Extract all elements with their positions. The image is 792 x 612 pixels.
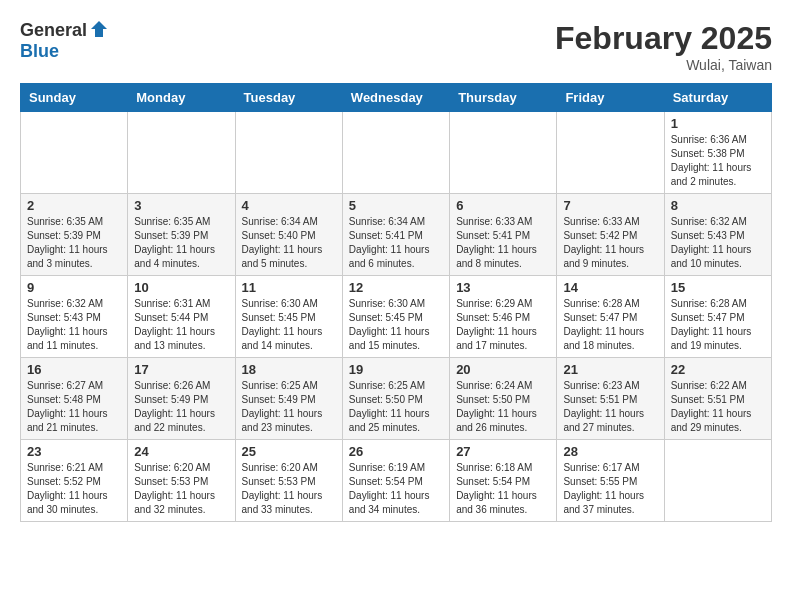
day-info: Sunrise: 6:26 AM Sunset: 5:49 PM Dayligh… <box>134 379 228 435</box>
cell-week2-day2: 4Sunrise: 6:34 AM Sunset: 5:40 PM Daylig… <box>235 194 342 276</box>
cell-week1-day6: 1Sunrise: 6:36 AM Sunset: 5:38 PM Daylig… <box>664 112 771 194</box>
cell-week3-day5: 14Sunrise: 6:28 AM Sunset: 5:47 PM Dayli… <box>557 276 664 358</box>
day-number: 28 <box>563 444 657 459</box>
day-info: Sunrise: 6:19 AM Sunset: 5:54 PM Dayligh… <box>349 461 443 517</box>
day-number: 14 <box>563 280 657 295</box>
header-tuesday: Tuesday <box>235 84 342 112</box>
day-info: Sunrise: 6:33 AM Sunset: 5:41 PM Dayligh… <box>456 215 550 271</box>
cell-week4-day3: 19Sunrise: 6:25 AM Sunset: 5:50 PM Dayli… <box>342 358 449 440</box>
cell-week2-day3: 5Sunrise: 6:34 AM Sunset: 5:41 PM Daylig… <box>342 194 449 276</box>
cell-week4-day6: 22Sunrise: 6:22 AM Sunset: 5:51 PM Dayli… <box>664 358 771 440</box>
day-number: 22 <box>671 362 765 377</box>
logo: General Blue <box>20 20 109 62</box>
cell-week5-day0: 23Sunrise: 6:21 AM Sunset: 5:52 PM Dayli… <box>21 440 128 522</box>
cell-week5-day4: 27Sunrise: 6:18 AM Sunset: 5:54 PM Dayli… <box>450 440 557 522</box>
day-number: 21 <box>563 362 657 377</box>
day-number: 18 <box>242 362 336 377</box>
header-sunday: Sunday <box>21 84 128 112</box>
day-number: 8 <box>671 198 765 213</box>
day-number: 25 <box>242 444 336 459</box>
day-number: 1 <box>671 116 765 131</box>
day-number: 11 <box>242 280 336 295</box>
logo-icon <box>89 19 109 39</box>
day-number: 24 <box>134 444 228 459</box>
calendar: Sunday Monday Tuesday Wednesday Thursday… <box>20 83 772 522</box>
day-number: 3 <box>134 198 228 213</box>
cell-week2-day0: 2Sunrise: 6:35 AM Sunset: 5:39 PM Daylig… <box>21 194 128 276</box>
calendar-body: 1Sunrise: 6:36 AM Sunset: 5:38 PM Daylig… <box>21 112 772 522</box>
cell-week1-day5 <box>557 112 664 194</box>
day-number: 23 <box>27 444 121 459</box>
day-info: Sunrise: 6:23 AM Sunset: 5:51 PM Dayligh… <box>563 379 657 435</box>
day-number: 10 <box>134 280 228 295</box>
cell-week3-day1: 10Sunrise: 6:31 AM Sunset: 5:44 PM Dayli… <box>128 276 235 358</box>
cell-week3-day0: 9Sunrise: 6:32 AM Sunset: 5:43 PM Daylig… <box>21 276 128 358</box>
day-info: Sunrise: 6:32 AM Sunset: 5:43 PM Dayligh… <box>27 297 121 353</box>
day-info: Sunrise: 6:28 AM Sunset: 5:47 PM Dayligh… <box>671 297 765 353</box>
day-info: Sunrise: 6:20 AM Sunset: 5:53 PM Dayligh… <box>242 461 336 517</box>
week-row-4: 16Sunrise: 6:27 AM Sunset: 5:48 PM Dayli… <box>21 358 772 440</box>
day-info: Sunrise: 6:32 AM Sunset: 5:43 PM Dayligh… <box>671 215 765 271</box>
day-number: 9 <box>27 280 121 295</box>
cell-week1-day0 <box>21 112 128 194</box>
week-row-2: 2Sunrise: 6:35 AM Sunset: 5:39 PM Daylig… <box>21 194 772 276</box>
day-number: 26 <box>349 444 443 459</box>
cell-week3-day4: 13Sunrise: 6:29 AM Sunset: 5:46 PM Dayli… <box>450 276 557 358</box>
day-number: 5 <box>349 198 443 213</box>
cell-week2-day1: 3Sunrise: 6:35 AM Sunset: 5:39 PM Daylig… <box>128 194 235 276</box>
cell-week3-day2: 11Sunrise: 6:30 AM Sunset: 5:45 PM Dayli… <box>235 276 342 358</box>
day-info: Sunrise: 6:35 AM Sunset: 5:39 PM Dayligh… <box>27 215 121 271</box>
cell-week1-day3 <box>342 112 449 194</box>
day-number: 4 <box>242 198 336 213</box>
day-info: Sunrise: 6:31 AM Sunset: 5:44 PM Dayligh… <box>134 297 228 353</box>
location: Wulai, Taiwan <box>555 57 772 73</box>
header-saturday: Saturday <box>664 84 771 112</box>
day-info: Sunrise: 6:20 AM Sunset: 5:53 PM Dayligh… <box>134 461 228 517</box>
day-info: Sunrise: 6:27 AM Sunset: 5:48 PM Dayligh… <box>27 379 121 435</box>
logo-general-text: General <box>20 20 87 41</box>
week-row-3: 9Sunrise: 6:32 AM Sunset: 5:43 PM Daylig… <box>21 276 772 358</box>
day-number: 17 <box>134 362 228 377</box>
day-info: Sunrise: 6:22 AM Sunset: 5:51 PM Dayligh… <box>671 379 765 435</box>
day-info: Sunrise: 6:17 AM Sunset: 5:55 PM Dayligh… <box>563 461 657 517</box>
cell-week3-day3: 12Sunrise: 6:30 AM Sunset: 5:45 PM Dayli… <box>342 276 449 358</box>
day-info: Sunrise: 6:28 AM Sunset: 5:47 PM Dayligh… <box>563 297 657 353</box>
cell-week5-day6 <box>664 440 771 522</box>
day-number: 20 <box>456 362 550 377</box>
cell-week4-day5: 21Sunrise: 6:23 AM Sunset: 5:51 PM Dayli… <box>557 358 664 440</box>
header-monday: Monday <box>128 84 235 112</box>
day-number: 6 <box>456 198 550 213</box>
day-info: Sunrise: 6:35 AM Sunset: 5:39 PM Dayligh… <box>134 215 228 271</box>
day-number: 13 <box>456 280 550 295</box>
cell-week1-day4 <box>450 112 557 194</box>
cell-week2-day6: 8Sunrise: 6:32 AM Sunset: 5:43 PM Daylig… <box>664 194 771 276</box>
logo-blue-text: Blue <box>20 41 59 62</box>
day-info: Sunrise: 6:30 AM Sunset: 5:45 PM Dayligh… <box>242 297 336 353</box>
cell-week4-day4: 20Sunrise: 6:24 AM Sunset: 5:50 PM Dayli… <box>450 358 557 440</box>
week-row-1: 1Sunrise: 6:36 AM Sunset: 5:38 PM Daylig… <box>21 112 772 194</box>
day-number: 2 <box>27 198 121 213</box>
header-row: Sunday Monday Tuesday Wednesday Thursday… <box>21 84 772 112</box>
cell-week4-day0: 16Sunrise: 6:27 AM Sunset: 5:48 PM Dayli… <box>21 358 128 440</box>
day-info: Sunrise: 6:30 AM Sunset: 5:45 PM Dayligh… <box>349 297 443 353</box>
week-row-5: 23Sunrise: 6:21 AM Sunset: 5:52 PM Dayli… <box>21 440 772 522</box>
cell-week1-day1 <box>128 112 235 194</box>
day-info: Sunrise: 6:34 AM Sunset: 5:40 PM Dayligh… <box>242 215 336 271</box>
cell-week3-day6: 15Sunrise: 6:28 AM Sunset: 5:47 PM Dayli… <box>664 276 771 358</box>
calendar-header: Sunday Monday Tuesday Wednesday Thursday… <box>21 84 772 112</box>
month-title: February 2025 <box>555 20 772 57</box>
header-friday: Friday <box>557 84 664 112</box>
day-info: Sunrise: 6:33 AM Sunset: 5:42 PM Dayligh… <box>563 215 657 271</box>
cell-week5-day3: 26Sunrise: 6:19 AM Sunset: 5:54 PM Dayli… <box>342 440 449 522</box>
cell-week5-day2: 25Sunrise: 6:20 AM Sunset: 5:53 PM Dayli… <box>235 440 342 522</box>
day-number: 7 <box>563 198 657 213</box>
day-info: Sunrise: 6:36 AM Sunset: 5:38 PM Dayligh… <box>671 133 765 189</box>
day-info: Sunrise: 6:29 AM Sunset: 5:46 PM Dayligh… <box>456 297 550 353</box>
day-info: Sunrise: 6:34 AM Sunset: 5:41 PM Dayligh… <box>349 215 443 271</box>
day-number: 19 <box>349 362 443 377</box>
cell-week2-day5: 7Sunrise: 6:33 AM Sunset: 5:42 PM Daylig… <box>557 194 664 276</box>
day-info: Sunrise: 6:25 AM Sunset: 5:49 PM Dayligh… <box>242 379 336 435</box>
cell-week1-day2 <box>235 112 342 194</box>
cell-week5-day1: 24Sunrise: 6:20 AM Sunset: 5:53 PM Dayli… <box>128 440 235 522</box>
day-info: Sunrise: 6:24 AM Sunset: 5:50 PM Dayligh… <box>456 379 550 435</box>
